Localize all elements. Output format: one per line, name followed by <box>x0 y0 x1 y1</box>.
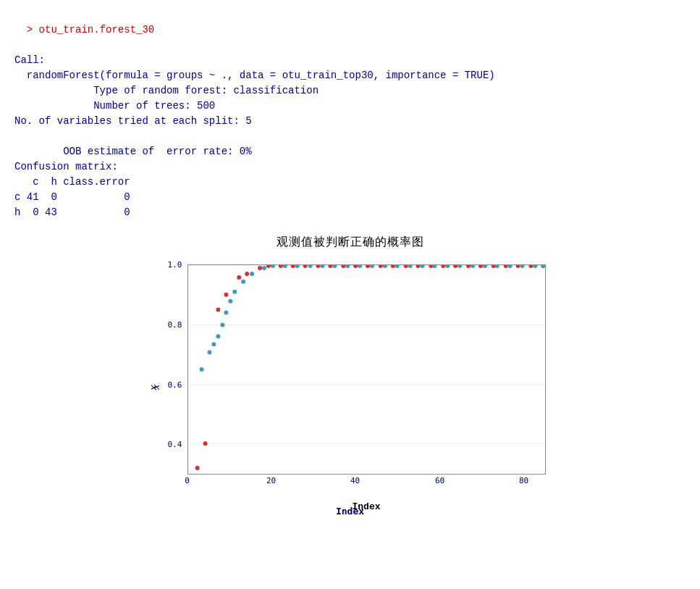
dot-blue <box>211 342 216 346</box>
dot-blue <box>382 265 387 268</box>
x-tick-60: 60 <box>435 476 444 485</box>
dot-blue <box>482 265 486 268</box>
x-tick-80: 80 <box>519 476 528 485</box>
dot-red <box>258 266 262 270</box>
dot-red <box>195 466 199 470</box>
chart-plot-area <box>187 264 546 475</box>
dot-blue <box>533 265 537 268</box>
dot-red <box>390 265 395 268</box>
chart-section: 观测值被判断正确的概率图 x Index <box>14 235 686 518</box>
dot-blue <box>332 265 337 268</box>
dot-red <box>290 265 295 268</box>
dot-red <box>378 265 382 268</box>
dot-red <box>328 265 332 268</box>
dot-red <box>216 308 220 312</box>
dot-blue <box>445 265 450 268</box>
dot-blue <box>250 272 254 276</box>
dot-blue <box>432 265 437 268</box>
dot-red <box>353 265 358 268</box>
dot-blue <box>224 311 228 315</box>
trees-line: Number of trees: 500 <box>14 100 215 112</box>
dot-blue <box>241 280 245 284</box>
confusion-header: c h class.error <box>14 176 130 188</box>
dot-red <box>503 265 507 268</box>
dot-red <box>366 265 370 268</box>
type-line: Type of random forest: classification <box>14 85 319 96</box>
dot-blue <box>457 265 462 268</box>
dot-blue <box>216 334 220 338</box>
dot-blue <box>308 265 312 268</box>
dot-blue <box>270 265 274 268</box>
y-tick-04: 0.4 <box>168 440 182 449</box>
y-axis-label: x <box>151 385 161 390</box>
dot-red <box>224 293 228 297</box>
y-tick-08: 0.8 <box>168 320 182 330</box>
dot-red <box>441 265 445 268</box>
dot-blue <box>199 367 203 372</box>
call-label: Call: <box>14 54 45 66</box>
dot-red <box>528 265 533 268</box>
dot-blue <box>262 266 266 270</box>
dot-red <box>403 265 408 268</box>
vars-line: No. of variables tried at each split: 5 <box>14 115 252 127</box>
x-tick-20: 20 <box>266 476 276 485</box>
console-prompt: > otu_train.forest_30 <box>27 24 154 35</box>
dot-red <box>416 265 420 268</box>
chart-container: x Index <box>148 257 553 518</box>
dot-blue <box>395 265 399 268</box>
dot-blue <box>207 350 211 354</box>
dot-blue <box>232 290 237 294</box>
confusion-label: Confusion matrix: <box>14 161 118 172</box>
dot-blue <box>228 299 232 304</box>
dot-blue <box>494 265 499 268</box>
chart-svg <box>188 265 545 474</box>
chart-title: 观测值被判断正确的概率图 <box>277 235 424 250</box>
oob-line: OOB estimate of error rate: 0% <box>14 146 252 157</box>
confusion-h-row: h 0 43 0 <box>14 206 130 218</box>
dot-blue <box>320 265 324 268</box>
dot-red <box>266 265 270 268</box>
dot-red <box>245 272 249 276</box>
dot-red <box>316 265 320 268</box>
dot-blue <box>220 322 224 327</box>
dot-red <box>515 265 520 268</box>
dot-red <box>466 265 471 268</box>
dot-blue <box>408 265 412 268</box>
dot-blue <box>420 265 424 268</box>
dot-red <box>303 265 307 268</box>
dot-red <box>478 265 482 268</box>
dot-blue <box>471 265 475 268</box>
call-code: randomForest(formula = groups ~ ., data … <box>14 70 495 81</box>
x-tick-0: 0 <box>185 476 190 485</box>
dot-red <box>237 275 241 280</box>
dot-blue <box>282 265 287 268</box>
dot-red <box>203 441 207 446</box>
dot-red <box>341 265 345 268</box>
dot-blue <box>358 265 362 268</box>
x-axis-label: Index <box>336 506 364 517</box>
y-tick-06: 0.6 <box>168 380 182 390</box>
confusion-c-row: c 41 0 0 <box>14 191 130 203</box>
dot-red <box>278 265 282 268</box>
dot-blue <box>345 265 350 268</box>
dot-blue <box>507 265 512 268</box>
dot-red <box>453 265 457 268</box>
x-tick-40: 40 <box>350 476 360 485</box>
dot-blue <box>520 265 524 268</box>
dot-blue <box>295 265 299 268</box>
dot-blue <box>369 265 374 268</box>
dot-blue <box>541 265 545 268</box>
y-tick-10: 1.0 <box>168 260 182 270</box>
